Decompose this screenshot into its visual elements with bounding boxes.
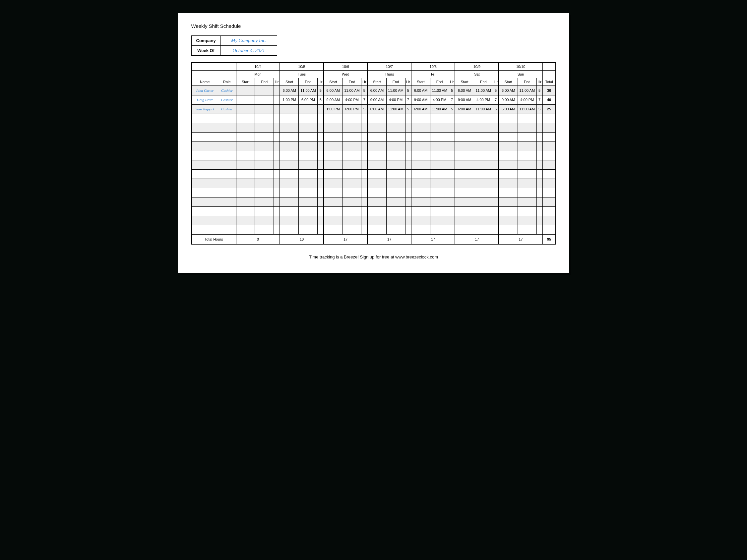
empty xyxy=(280,225,299,234)
empty xyxy=(474,123,493,132)
empty xyxy=(537,225,542,234)
empty xyxy=(318,188,324,197)
empty xyxy=(405,188,411,197)
shift-hr: 7 xyxy=(537,95,542,104)
empty xyxy=(255,123,274,132)
empty xyxy=(299,141,318,151)
empty xyxy=(405,216,411,225)
empty-role xyxy=(218,188,236,197)
empty xyxy=(518,141,537,151)
empty-name xyxy=(191,207,218,216)
col-hr: Hr xyxy=(537,78,542,86)
row-total: 25 xyxy=(543,104,556,114)
empty xyxy=(405,169,411,179)
empty xyxy=(430,169,449,179)
empty xyxy=(274,225,280,234)
shift-start xyxy=(236,95,255,104)
empty xyxy=(386,151,405,160)
empty xyxy=(274,123,280,132)
date-header: 10/7 xyxy=(367,63,411,71)
empty xyxy=(324,169,342,179)
empty xyxy=(430,207,449,216)
empty xyxy=(405,160,411,169)
shift-end: 11:00 AM xyxy=(474,104,493,114)
shift-start: 6:00 AM xyxy=(411,86,430,95)
empty xyxy=(274,169,280,179)
empty xyxy=(367,151,386,160)
empty xyxy=(499,151,518,160)
blank xyxy=(191,71,218,78)
empty-total xyxy=(543,123,556,132)
week-label: Week Of xyxy=(191,46,221,56)
empty-total xyxy=(543,188,556,197)
empty xyxy=(449,179,455,188)
empty xyxy=(386,123,405,132)
empty xyxy=(299,132,318,141)
blank xyxy=(543,71,556,78)
col-hr: Hr xyxy=(318,78,324,86)
empty xyxy=(474,225,493,234)
day-total: 17 xyxy=(367,234,411,244)
empty xyxy=(367,123,386,132)
empty xyxy=(493,132,499,141)
empty xyxy=(342,207,361,216)
empty-name xyxy=(191,132,218,141)
empty xyxy=(324,188,342,197)
empty xyxy=(274,179,280,188)
col-start: Start xyxy=(324,78,342,86)
empty xyxy=(405,225,411,234)
empty xyxy=(474,160,493,169)
empty xyxy=(236,160,255,169)
day-total: 17 xyxy=(455,234,499,244)
empty xyxy=(449,188,455,197)
empty xyxy=(361,123,367,132)
empty xyxy=(367,188,386,197)
shift-start xyxy=(236,86,255,95)
empty xyxy=(474,197,493,207)
empty-role xyxy=(218,132,236,141)
empty xyxy=(318,169,324,179)
empty xyxy=(386,225,405,234)
shift-start xyxy=(236,104,255,114)
empty xyxy=(280,179,299,188)
empty-name xyxy=(191,141,218,151)
col-hr: Hr xyxy=(493,78,499,86)
empty xyxy=(493,151,499,160)
empty-role xyxy=(218,141,236,151)
empty xyxy=(324,207,342,216)
blank xyxy=(218,63,236,71)
empty xyxy=(299,225,318,234)
empty xyxy=(537,197,542,207)
shift-end: 11:00 AM xyxy=(299,86,318,95)
empty xyxy=(255,132,274,141)
col-end: End xyxy=(255,78,274,86)
empty xyxy=(499,132,518,141)
shift-end: 11:00 AM xyxy=(430,86,449,95)
empty xyxy=(367,216,386,225)
empty-role xyxy=(218,225,236,234)
empty xyxy=(280,132,299,141)
empty xyxy=(518,114,537,123)
day-total: 17 xyxy=(499,234,542,244)
empty xyxy=(274,141,280,151)
document-page: Weekly Shift Schedule Company My Company… xyxy=(178,13,569,273)
empty-role xyxy=(218,179,236,188)
empty xyxy=(236,123,255,132)
blank xyxy=(543,63,556,71)
empty xyxy=(280,188,299,197)
empty xyxy=(324,179,342,188)
empty xyxy=(255,160,274,169)
empty xyxy=(499,207,518,216)
shift-hr xyxy=(274,86,280,95)
empty-role xyxy=(218,151,236,160)
empty xyxy=(280,151,299,160)
date-header: 10/9 xyxy=(455,63,499,71)
empty xyxy=(449,114,455,123)
empty xyxy=(537,123,542,132)
empty xyxy=(405,207,411,216)
empty xyxy=(499,197,518,207)
empty xyxy=(537,114,542,123)
empty xyxy=(537,216,542,225)
employee-role: Cashier xyxy=(218,86,236,95)
empty-total xyxy=(543,179,556,188)
